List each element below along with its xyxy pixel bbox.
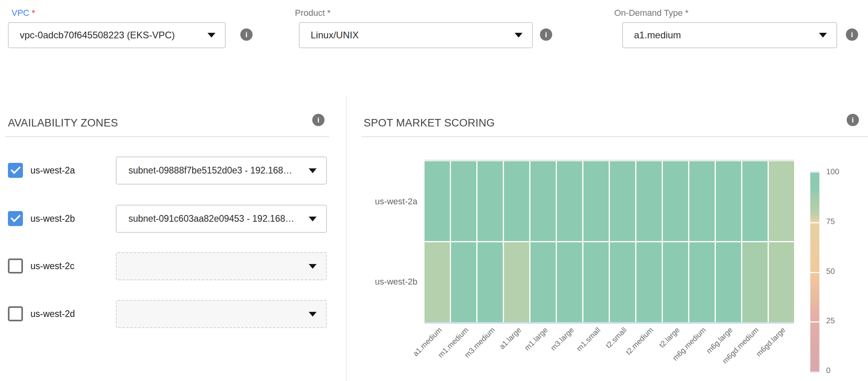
heatmap-cell [716,242,741,322]
chevron-down-icon [309,264,317,269]
az-checkbox-us-west-2c[interactable] [8,258,23,273]
legend-tick-label: 50 [826,267,835,275]
heatmap-cell [451,242,476,322]
vpc-select-value: vpc-0adcb70f645508223 (EKS-VPC) [20,30,175,41]
legend-tick-label: 75 [826,217,835,226]
heatmap-cell [425,161,450,241]
legend-tick-label: 100 [826,167,839,176]
legend-tick-label: 25 [826,316,835,325]
chevron-down-icon [515,33,523,38]
az-subnet-value: subnet-091c603aa82e09453 - 192.168… [128,213,294,224]
product-required-asterisk: * [327,8,331,18]
on-demand-type-select-value: a1.medium [634,30,681,41]
vpc-label: VPC* [11,8,35,18]
az-subnet-select-us-west-2d[interactable] [116,300,327,328]
on-demand-type-info-icon[interactable] [846,28,858,41]
az-zone-label: us-west-2b [30,213,75,224]
heatmap-cell [716,161,741,241]
legend-tick-line [810,222,819,223]
heatmap-cell [769,242,794,322]
x-axis-label: m6gd.medium [721,326,761,366]
az-zone-label: us-west-2a [30,165,75,176]
product-info-icon[interactable] [540,28,552,41]
az-zone-label: us-west-2c [30,260,74,272]
az-subnet-value: subnet-09888f7be5152d0e3 - 192.168… [128,165,292,176]
heatmap-cell [689,161,715,241]
x-axis-label: a1.large [498,326,523,351]
product-select-value: Linux/UNIX [311,30,359,41]
x-axis-label: t2.medium [624,326,655,356]
heatmap-cell [583,161,609,241]
az-subnet-select-us-west-2a[interactable]: subnet-09888f7be5152d0e3 - 192.168… [116,157,327,185]
heatmap-cell [583,242,609,322]
heatmap-cell [663,242,688,322]
heatmap-cell [636,242,662,322]
availability-zones-info-icon[interactable] [312,114,325,126]
heatmap-cell [610,161,635,241]
spot-market-scoring-info-icon[interactable] [847,114,859,126]
on-demand-type-required-asterisk: * [685,8,689,18]
heatmap-cell [530,161,556,241]
legend-tick-line [810,272,819,273]
az-subnet-select-us-west-2c[interactable] [116,252,327,280]
heatmap-cell [477,161,503,241]
chevron-down-icon [208,33,215,38]
heatmap-bottom-axis [425,322,794,324]
az-subnet-select-us-west-2b[interactable]: subnet-091c603aa82e09453 - 192.168… [116,205,327,233]
x-axis-label: m6g.medium [671,326,708,362]
on-demand-type-select[interactable]: a1.medium [622,22,837,48]
x-axis-label: a1.medium [411,326,444,358]
x-axis-label: t2.small [604,326,629,350]
product-label: Product* [295,8,330,18]
vpc-select[interactable]: vpc-0adcb70f645508223 (EKS-VPC) [8,22,226,48]
heatmap-cell [504,242,529,322]
chevron-down-icon [309,217,317,221]
heatmap-cell [425,242,450,322]
product-label-text: Product [295,8,325,18]
az-checkbox-us-west-2d[interactable] [8,306,23,321]
heatmap-cell [663,161,688,241]
heatmap-color-legend [810,172,819,373]
x-axis-label: m6gd.large [754,326,787,358]
heatmap-top-border [425,160,794,161]
heatmap-cell [530,242,556,322]
x-axis-label: m3.medium [463,326,497,360]
az-zone-label: us-west-2d [30,308,75,319]
product-select[interactable]: Linux/UNIX [299,22,533,48]
heatmap-cell [504,161,529,241]
on-demand-type-label: On-Demand Type* [614,8,689,18]
heatmap-cell [610,242,635,322]
chevron-down-icon [309,168,317,173]
heatmap-cell [636,161,662,241]
vpc-label-text: VPC [11,8,29,18]
vpc-info-icon[interactable] [240,28,253,41]
y-axis-label: us-west-2b [323,277,417,287]
heatmap-cell [451,161,476,241]
heatmap-cell [557,161,582,241]
panel-vertical-divider [346,96,347,381]
heatmap-grid [425,161,794,322]
heatmap-cell [742,242,768,322]
chevron-down-icon [309,312,317,317]
x-axis-label: m3.large [549,326,576,353]
availability-zones-title: AVAILABILITY ZONES [8,117,118,129]
x-axis-label: m1.medium [436,326,470,360]
x-axis-label: t2.large [658,326,681,349]
x-axis-label: m1.small [575,326,602,353]
az-checkbox-us-west-2b[interactable] [8,211,23,226]
legend-tick-label: 0 [826,366,830,375]
vpc-required-asterisk: * [32,8,35,18]
x-axis-label: m6g.large [704,326,734,355]
legend-tick-line [810,321,819,323]
x-axis-label: m1.large [523,326,549,353]
availability-zones-divider [6,136,329,137]
heatmap-cell [742,161,768,241]
az-checkbox-us-west-2a[interactable] [8,163,23,178]
y-axis-label: us-west-2a [323,196,417,207]
on-demand-type-label-text: On-Demand Type [614,8,683,18]
heatmap-cell [557,242,582,322]
heatmap-cell [769,161,794,241]
spot-market-scoring-title: SPOT MARKET SCORING [364,117,495,129]
chevron-down-icon [819,33,827,38]
heatmap-cell [689,242,715,322]
